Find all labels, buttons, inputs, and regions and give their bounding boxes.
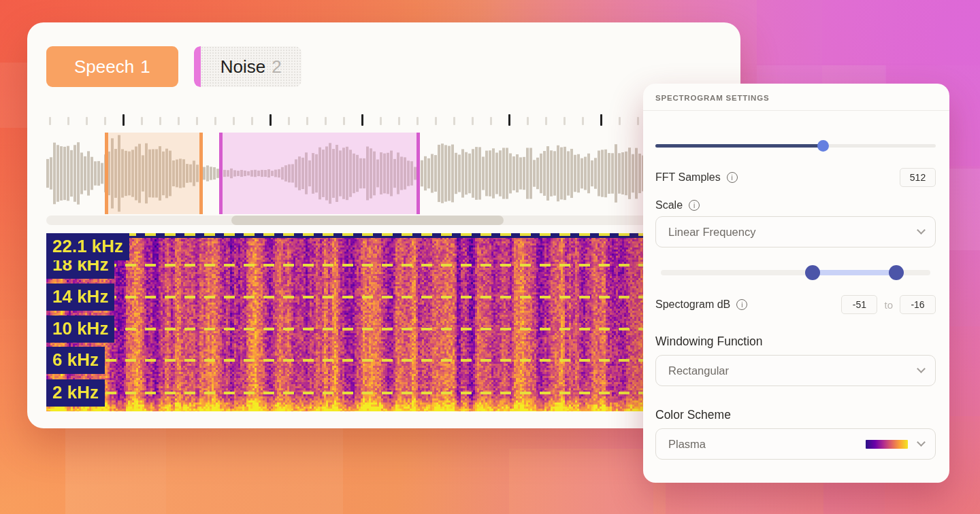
tag-speech-number: 1 bbox=[140, 56, 150, 78]
tag-noise-label: Noise bbox=[220, 56, 265, 78]
scale-label: Scale bbox=[655, 199, 683, 211]
chevron-down-icon bbox=[917, 364, 926, 373]
db-to-word: to bbox=[884, 299, 893, 311]
color-scheme-label: Color Scheme bbox=[655, 408, 936, 422]
freq-gridline bbox=[46, 264, 740, 267]
windowing-function-label: Windowing Function bbox=[655, 335, 936, 349]
windowing-function-value: Rectangular bbox=[668, 364, 729, 377]
waveform-scrollbar-thumb[interactable] bbox=[231, 216, 504, 225]
main-card: Speech 1 Noise 2 18 kHz 22.1 kHz 14 kHz … bbox=[27, 22, 740, 428]
info-icon[interactable]: i bbox=[727, 172, 738, 183]
speech-region-selection[interactable] bbox=[105, 133, 203, 214]
freq-label-6khz: 6 kHz bbox=[46, 347, 105, 374]
freq-gridline bbox=[46, 296, 740, 298]
db-min-input[interactable] bbox=[841, 295, 877, 314]
spectrogram-settings-panel: SPECTROGRAM SETTINGS FFT Samples i Scale… bbox=[643, 84, 949, 483]
color-scheme-select[interactable]: Plasma bbox=[655, 428, 936, 460]
plasma-gradient-swatch bbox=[866, 440, 908, 449]
chevron-down-icon bbox=[917, 438, 926, 447]
zoom-slider-handle[interactable] bbox=[817, 140, 829, 152]
freq-gridline bbox=[46, 359, 740, 362]
freq-gridline bbox=[46, 233, 740, 236]
panel-title: SPECTROGRAM SETTINGS bbox=[643, 84, 949, 111]
noise-accent-bar bbox=[194, 46, 201, 87]
spectrogram-area: 18 kHz 22.1 kHz 14 kHz 10 kHz 6 kHz 2 kH… bbox=[46, 233, 740, 411]
tag-speech[interactable]: Speech 1 bbox=[46, 46, 178, 87]
db-range-fill bbox=[813, 270, 897, 275]
label-chips: Speech 1 Noise 2 bbox=[46, 46, 301, 87]
fft-samples-input[interactable] bbox=[900, 168, 936, 187]
color-scheme-value: Plasma bbox=[668, 438, 706, 451]
freq-label-14khz: 14 kHz bbox=[46, 284, 114, 311]
scale-select[interactable]: Linear Frequency bbox=[655, 216, 936, 247]
db-max-input[interactable] bbox=[900, 295, 936, 314]
info-icon[interactable]: i bbox=[689, 200, 700, 211]
waveform-scrollbar-track[interactable] bbox=[46, 216, 740, 225]
spectrogram bbox=[46, 233, 740, 411]
freq-label-10khz: 10 kHz bbox=[46, 315, 114, 343]
waveform-area bbox=[46, 133, 740, 214]
windowing-function-select[interactable]: Rectangular bbox=[655, 355, 936, 386]
zoom-slider[interactable] bbox=[655, 139, 936, 152]
info-icon[interactable]: i bbox=[736, 299, 747, 310]
db-range-handle-high[interactable] bbox=[889, 265, 904, 280]
tag-noise-number: 2 bbox=[272, 56, 281, 78]
tag-speech-label: Speech bbox=[74, 56, 134, 78]
freq-gridline bbox=[46, 392, 740, 394]
fft-samples-label: FFT Samples bbox=[655, 171, 721, 184]
spectrogram-db-label: Spectogram dB bbox=[655, 298, 730, 311]
chevron-down-icon bbox=[917, 226, 926, 235]
db-range-slider[interactable] bbox=[655, 265, 936, 280]
noise-region-selection[interactable] bbox=[219, 133, 420, 214]
freq-label-2khz: 2 kHz bbox=[46, 379, 105, 407]
scale-select-value: Linear Frequency bbox=[668, 226, 755, 239]
timeline-ruler[interactable] bbox=[46, 114, 740, 126]
freq-gridline bbox=[46, 328, 740, 330]
zoom-slider-fill bbox=[655, 144, 823, 148]
db-range-handle-low[interactable] bbox=[805, 265, 820, 280]
freq-label-22khz: 22.1 kHz bbox=[46, 233, 129, 260]
tag-noise[interactable]: Noise 2 bbox=[194, 46, 301, 87]
